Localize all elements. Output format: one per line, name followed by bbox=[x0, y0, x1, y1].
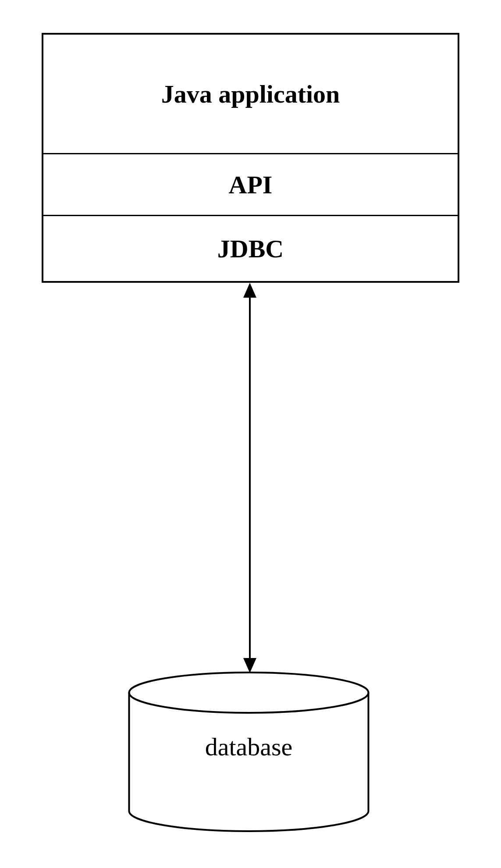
svg-point-3 bbox=[129, 672, 369, 713]
svg-marker-1 bbox=[243, 283, 256, 298]
architecture-stack: Java application API JDBC bbox=[42, 33, 459, 283]
bidirectional-arrow-icon bbox=[239, 283, 261, 673]
layer-jdbc: JDBC bbox=[43, 216, 458, 281]
database-label: database bbox=[127, 732, 370, 761]
database-cylinder: database bbox=[127, 671, 370, 833]
api-label: API bbox=[229, 170, 273, 199]
java-application-label: Java application bbox=[161, 79, 340, 109]
jdbc-label: JDBC bbox=[217, 234, 284, 263]
layer-api: API bbox=[43, 154, 458, 216]
layer-java-application: Java application bbox=[43, 35, 458, 154]
